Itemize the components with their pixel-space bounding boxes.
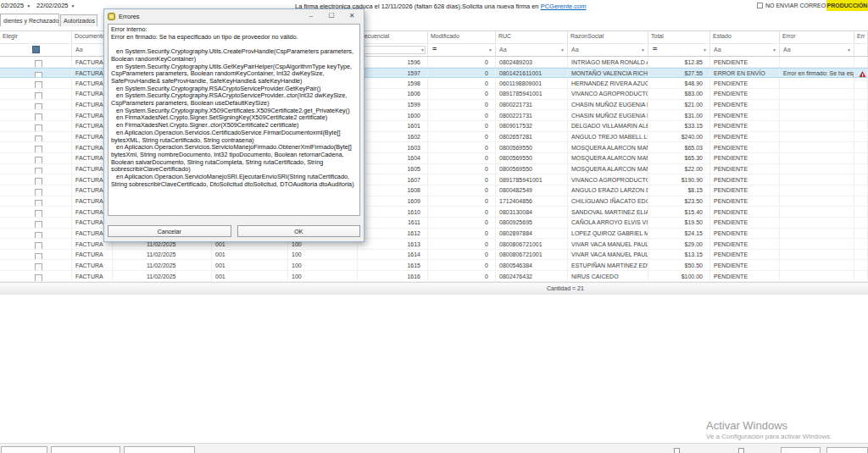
partial-button[interactable] — [124, 446, 195, 453]
row-checkbox[interactable] — [35, 210, 42, 217]
partial-button[interactable] — [781, 447, 821, 453]
cell-secuencial: 1596 — [358, 57, 428, 67]
row-checkbox[interactable] — [35, 113, 42, 120]
error-warning-icon[interactable] — [858, 71, 867, 77]
col-header-razonsocial[interactable]: RazonSocial — [568, 31, 648, 43]
cell-estado: PENDIENTE — [710, 185, 780, 196]
cell-ruc: 0800482549 — [496, 185, 568, 196]
no-enviar-correos-checkbox[interactable] — [757, 3, 763, 8]
filter-error[interactable]: Aa▼ — [780, 44, 854, 56]
select-all-checkbox[interactable] — [32, 46, 40, 53]
row-checkbox[interactable] — [35, 274, 42, 281]
cell-modificado: 0 — [428, 239, 496, 249]
cancel-button[interactable]: Cancelar — [108, 225, 231, 237]
filter-input[interactable] — [359, 46, 426, 54]
cell-modificado: 0 — [428, 260, 496, 270]
row-checkbox[interactable] — [35, 221, 42, 228]
cell-estado: PENDIENTE — [710, 250, 780, 260]
col-header-err2[interactable]: Err — [854, 31, 868, 43]
row-checkbox[interactable] — [35, 232, 42, 239]
row-checkbox[interactable] — [35, 157, 42, 163]
partial-button[interactable] — [826, 447, 868, 453]
maximize-icon[interactable]: ☐ — [323, 10, 340, 22]
cell-error — [780, 110, 854, 120]
col-header-estado[interactable]: Estado — [710, 31, 780, 43]
row-checkbox[interactable] — [35, 263, 42, 270]
row-checkbox[interactable] — [35, 242, 42, 249]
col-header-modificado[interactable]: Modificado — [428, 31, 496, 43]
row-checkbox[interactable] — [35, 168, 42, 174]
minimize-icon[interactable]: – — [303, 10, 320, 22]
row-checkbox[interactable] — [35, 146, 42, 152]
chevron-down-icon[interactable]: ▼ — [847, 47, 851, 52]
partial-checkbox[interactable] — [674, 448, 680, 453]
chevron-down-icon[interactable]: ▼ — [420, 47, 425, 52]
row-checkbox[interactable] — [35, 189, 42, 196]
ok-button[interactable]: OK — [237, 225, 361, 237]
chevron-down-icon[interactable]: ▼ — [488, 47, 492, 52]
cell-elegir — [0, 218, 72, 228]
filter-modificado[interactable]: =▼ — [428, 44, 496, 56]
chevron-down-icon[interactable]: ▼ — [26, 3, 31, 8]
cell-ruc: 0803130084 — [496, 207, 568, 217]
cell-ruc: 0800569550 — [496, 153, 568, 163]
table-row[interactable]: FACTURA11/02/2025001100161500800546384ES… — [0, 260, 868, 271]
cell-error — [780, 121, 854, 131]
pcgerente-link[interactable]: PCGerente.com — [541, 3, 587, 10]
partial-checkbox[interactable] — [738, 448, 744, 453]
chevron-down-icon[interactable]: ▼ — [641, 47, 645, 52]
table-row[interactable]: FACTURA11/02/202500110016140080080672100… — [0, 250, 868, 261]
date-to-picker[interactable]: 22/02/2025 ▼ — [36, 2, 75, 9]
row-checkbox[interactable] — [35, 103, 42, 110]
filter-secuencial[interactable]: ▼ — [358, 44, 428, 56]
cell-estab: 001 — [212, 250, 288, 260]
filter-elegir[interactable] — [0, 44, 72, 56]
cell-elegir — [0, 271, 72, 281]
chevron-down-icon[interactable]: ▼ — [772, 47, 776, 52]
partial-button[interactable] — [51, 446, 120, 453]
chevron-down-icon[interactable]: ▼ — [71, 3, 75, 8]
no-enviar-correos-option[interactable]: NO ENVIAR CORREOS — [757, 3, 830, 8]
filter-razonsocial[interactable]: Aa▼ — [568, 44, 648, 56]
col-header-total[interactable]: Total — [648, 31, 710, 43]
cell-elegir — [0, 110, 72, 120]
table-row[interactable]: FACTURA11/02/2025001100161600802476432NI… — [0, 271, 868, 282]
filter-total[interactable]: =▼ — [648, 44, 710, 56]
filter-estado[interactable]: Aa▼ — [710, 44, 780, 56]
close-icon[interactable]: ✕ — [343, 10, 360, 22]
col-header-secuencial[interactable]: Secuencial — [358, 31, 428, 43]
row-checkbox[interactable] — [35, 124, 42, 131]
errores-dialog: Errores – ☐ ✕ Error interno:Error en fir… — [103, 8, 364, 242]
chevron-down-icon[interactable]: ▼ — [560, 47, 565, 52]
col-header-error[interactable]: Error — [780, 31, 854, 43]
tab-pendientes-y-rechazados[interactable]: dientes y Rechazados — [0, 14, 59, 26]
cell-modificado: 0 — [428, 69, 496, 78]
row-checkbox[interactable] — [35, 72, 42, 78]
row-checkbox[interactable] — [35, 200, 42, 207]
cell-modificado: 0 — [428, 250, 496, 260]
row-checkbox[interactable] — [35, 135, 42, 142]
col-header-ruc[interactable]: RUC — [496, 31, 568, 43]
row-checkbox[interactable] — [35, 92, 42, 99]
cell-estado: PENDIENTE — [710, 196, 780, 207]
cell-elegir — [0, 142, 72, 152]
error-text-box[interactable]: Error interno:Error en firmado: Se ha es… — [108, 24, 360, 216]
dialog-titlebar[interactable]: Errores – ☐ ✕ — [104, 9, 364, 23]
tab-label: dientes y Rechazados — [3, 18, 59, 24]
row-checkbox[interactable] — [35, 178, 42, 185]
row-checkbox[interactable] — [35, 60, 42, 67]
partial-button[interactable] — [1, 446, 47, 453]
cell-total: $15.40 — [648, 207, 710, 217]
row-checkbox[interactable] — [35, 81, 42, 88]
date-from-picker[interactable]: 02/2025 ▼ — [1, 2, 31, 9]
cell-err2 — [854, 196, 868, 207]
filter-ruc[interactable]: Aa▼ — [496, 44, 568, 56]
chevron-down-icon[interactable]: ▼ — [703, 47, 707, 52]
cell-err2 — [854, 89, 868, 99]
cell-error — [780, 196, 854, 207]
error-text-line: en Aplicacion.Operacion.Servicios.Certif… — [111, 130, 357, 144]
col-header-elegir[interactable]: Elegir — [0, 31, 72, 43]
row-checkbox[interactable] — [35, 253, 42, 260]
tab-autorizados[interactable]: Autorizados — [60, 14, 97, 26]
cell-fecha: 11/02/2025 — [113, 250, 212, 260]
